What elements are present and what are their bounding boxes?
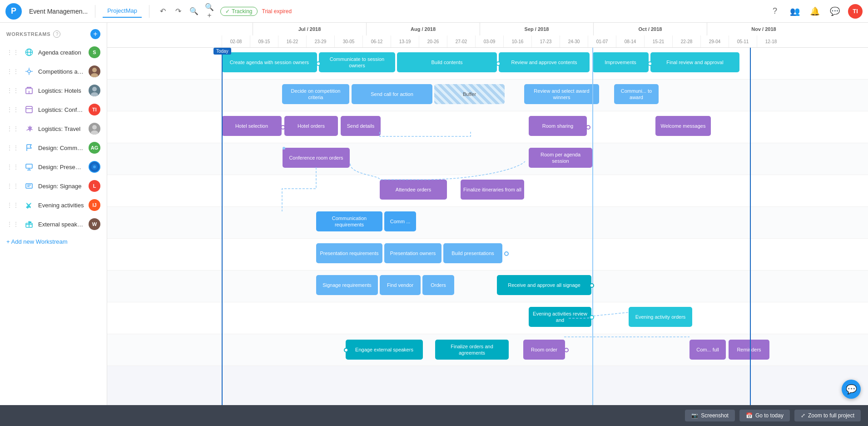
milestone-ext-1 <box>344 348 348 352</box>
task-evening-orders[interactable]: Evening activity orders <box>629 307 692 327</box>
network-icon <box>25 67 34 76</box>
sidebar-item-hotels[interactable]: ⋮⋮ Logistics: Hotels <box>0 81 107 100</box>
redo-button[interactable]: ↷ <box>172 5 185 18</box>
zoom-in-button[interactable]: 🔍+ <box>203 5 216 18</box>
task-comm-short[interactable]: Comm ... <box>384 211 416 231</box>
week-0511: 05-11 <box>729 35 757 47</box>
task-final-review[interactable]: Final review and approval <box>650 52 739 72</box>
avatar-comm-design: AG <box>89 142 100 154</box>
sidebar-item-signage[interactable]: ⋮⋮ Design: Signage L <box>0 176 107 195</box>
drag-handle: ⋮⋮ <box>6 125 19 132</box>
task-receive-approve-signage[interactable]: Receive and approve all signage <box>497 275 591 295</box>
task-signage-req[interactable]: Signage requirements <box>316 275 378 295</box>
sidebar-item-external[interactable]: ⋮⋮ External speakers W <box>0 215 107 234</box>
go-to-today-button[interactable]: 📅 Go to today <box>739 410 790 421</box>
chat-support-button[interactable]: 💬 <box>842 380 861 399</box>
screenshot-button[interactable]: 📷 Screenshot <box>685 410 735 421</box>
task-attendee-orders[interactable]: Attendee orders <box>380 180 447 200</box>
task-presentation-owners[interactable]: Presentation owners <box>384 243 441 263</box>
task-hotel-selection[interactable]: Hotel selection <box>222 116 282 136</box>
tab-projectmap[interactable]: ProjectMap <box>103 5 142 18</box>
month-jul: Jul / 2018 <box>253 23 366 35</box>
sidebar-item-conference[interactable]: ⋮⋮ Logistics: Conferenc... TI <box>0 100 107 119</box>
sidebar-label-travel: Logistics: Travel <box>38 125 84 132</box>
hotel-icon <box>25 86 34 95</box>
task-reminders[interactable]: Reminders <box>729 340 769 360</box>
add-workstream-button[interactable]: + <box>90 29 100 39</box>
svg-point-9 <box>91 73 98 77</box>
tracking-badge[interactable]: ✓ Tracking <box>220 7 258 16</box>
travel-icon <box>25 124 34 133</box>
task-create-agenda[interactable]: Create agenda with session owners <box>222 52 317 72</box>
help-button[interactable]: ? <box>768 5 782 18</box>
svg-point-17 <box>91 130 98 135</box>
undo-button[interactable]: ↶ <box>157 5 169 18</box>
svg-rect-24 <box>26 184 32 188</box>
task-find-vendor[interactable]: Find vendor <box>380 275 421 295</box>
sidebar-item-agenda-creation[interactable]: ⋮⋮ Agenda creation S <box>0 43 107 62</box>
zoom-to-project-button[interactable]: ⤢ Zoom to full project <box>794 410 861 421</box>
task-presentation-req[interactable]: Presentation requirements <box>316 243 382 263</box>
drag-handle: ⋮⋮ <box>6 144 19 151</box>
task-finalize-itineraries[interactable]: Finalize itineraries from all <box>461 180 524 200</box>
month-nov: Nov / 2018 <box>707 23 820 35</box>
gantt-header: Jul / 2018 Aug / 2018 Sep / 2018 Oct / 2… <box>107 23 868 48</box>
sidebar-label-comm-design: Design: Communicat... <box>38 145 84 151</box>
task-room-order[interactable]: Room order <box>523 340 565 360</box>
messages-button[interactable]: 💬 <box>828 5 842 18</box>
task-engage-external[interactable]: Engage external speakers <box>346 340 423 360</box>
week-3005: 30-05 <box>334 35 362 47</box>
user-avatar[interactable]: TI <box>848 4 863 19</box>
sidebar-item-presentations[interactable]: ⋮⋮ Design: Presentations <box>0 157 107 176</box>
sidebar-item-comm-design[interactable]: ⋮⋮ Design: Communicat... AG <box>0 138 107 157</box>
task-hotel-orders[interactable]: Hotel orders <box>284 116 338 136</box>
workstreams-help[interactable]: ? <box>53 30 60 38</box>
week-0309: 03-09 <box>475 35 503 47</box>
task-orders-signage[interactable]: Orders <box>422 275 454 295</box>
plane-icon <box>25 200 34 210</box>
svg-rect-18 <box>26 164 32 168</box>
sidebar-label-signage: Design: Signage <box>38 183 84 190</box>
milestone-hotel-2 <box>586 125 590 130</box>
milestone-2 <box>496 61 501 66</box>
month-sep: Sep / 2018 <box>480 23 593 35</box>
notifications-button[interactable]: 🔔 <box>808 5 822 18</box>
sidebar-item-travel[interactable]: ⋮⋮ Logistics: Travel <box>0 119 107 138</box>
task-build-contents[interactable]: Build contents <box>397 52 497 72</box>
task-welcome-messages[interactable]: Welcome messages <box>655 116 711 136</box>
task-send-details[interactable]: Send details <box>341 116 381 136</box>
today-label: Today <box>213 48 231 55</box>
sidebar-label-presentations: Design: Presentations <box>38 164 84 170</box>
add-user-button[interactable]: 👥 <box>788 5 802 18</box>
bottom-bar: 📷 Screenshot 📅 Go to today ⤢ Zoom to ful… <box>0 405 868 426</box>
task-review-award[interactable]: Review and select award winners <box>524 84 599 104</box>
sidebar-label-conference: Logistics: Conferenc... <box>38 106 84 113</box>
task-communicate-session[interactable]: Communicate to session owners <box>319 52 395 72</box>
task-comm-requirements[interactable]: Communication requirements <box>316 211 382 231</box>
task-evening-review[interactable]: Evening activities review and <box>529 307 591 327</box>
task-review-approve[interactable]: Review and approve contents <box>499 52 590 72</box>
add-workstream-link[interactable]: + Add new Workstream <box>0 234 107 250</box>
task-room-sharing[interactable]: Room sharing <box>529 116 587 136</box>
task-buffer[interactable]: Buffer <box>434 84 505 104</box>
task-com-full[interactable]: Com... full <box>689 340 726 360</box>
task-conference-orders[interactable]: Conference room orders <box>283 148 350 168</box>
week-2702: 27-02 <box>447 35 475 47</box>
avatar-travel <box>89 123 100 135</box>
topbar-divider2 <box>149 5 149 18</box>
week-2430: 24-30 <box>560 35 588 47</box>
sidebar-item-competitions[interactable]: ⋮⋮ Competitions and A... <box>0 62 107 81</box>
task-send-call[interactable]: Send call for action <box>352 84 432 104</box>
sidebar-label-evening: Evening activities <box>38 202 84 209</box>
task-finalize-orders[interactable]: Finalize orders and agreements <box>435 340 509 360</box>
zoom-out-button[interactable]: 🔍 <box>188 5 200 18</box>
task-improvements[interactable]: Improvements <box>592 52 649 72</box>
avatar-evening: IJ <box>89 199 100 211</box>
task-communi-award[interactable]: Communi... to award <box>614 84 659 104</box>
task-room-per-agenda[interactable]: Room per agenda session <box>529 148 592 168</box>
app-logo[interactable]: P <box>5 3 22 20</box>
sidebar-item-evening[interactable]: ⋮⋮ Evening activities IJ <box>0 195 107 215</box>
task-build-presentations[interactable]: Build presentations <box>443 243 502 263</box>
drag-handle: ⋮⋮ <box>6 87 19 94</box>
task-decide-criteria[interactable]: Decide on competition criteria <box>282 84 349 104</box>
